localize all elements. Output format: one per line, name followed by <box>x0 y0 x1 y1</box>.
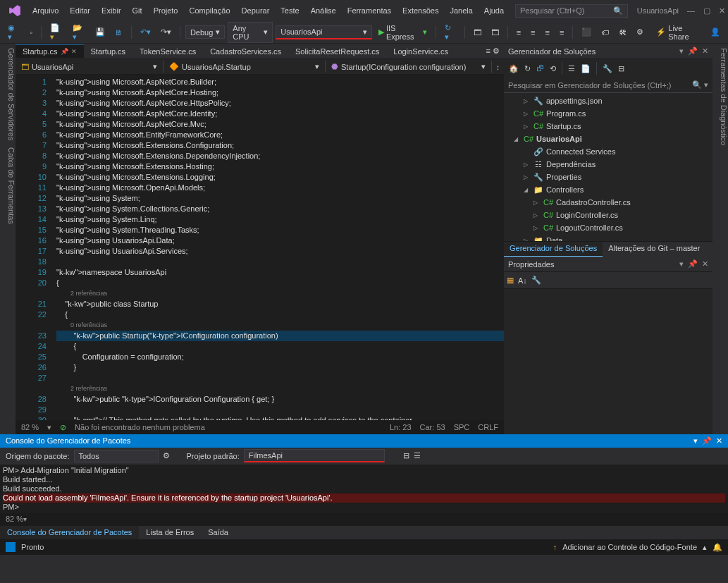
sol-ico1[interactable]: ↻ <box>522 62 533 75</box>
minimize-button[interactable]: — <box>687 6 695 15</box>
sol-ico7[interactable]: ⊟ <box>616 62 627 75</box>
left-toolwindow-rail[interactable]: Gerenciador de Servidores Caixa de Ferra… <box>0 44 16 434</box>
menu-ferramentas[interactable]: Ferramentas <box>342 4 397 18</box>
menu-compilação[interactable]: Compilação <box>183 4 235 18</box>
home-icon[interactable]: 🏠 <box>507 62 521 75</box>
menu-janela[interactable]: Janela <box>444 4 478 18</box>
tree-item[interactable]: 🔗Connected Services <box>504 145 712 158</box>
sol-tab-explorer[interactable]: Gerenciador de Soluções <box>504 242 603 257</box>
menu-exibir[interactable]: Exibir <box>96 4 127 18</box>
menu-análise[interactable]: Análise <box>305 4 342 18</box>
open-button[interactable]: 📂▾ <box>69 21 89 44</box>
console-clear-icon[interactable]: ⊟ <box>403 451 409 460</box>
prop-wrench-icon[interactable]: 🔧 <box>531 276 541 285</box>
sol-ico4[interactable]: ☰ <box>566 62 577 75</box>
server-explorer-tab[interactable]: Gerenciador de Servidores <box>0 48 16 140</box>
console-pin-icon[interactable]: 📌 <box>702 436 712 446</box>
menu-extensões[interactable]: Extensões <box>397 4 444 18</box>
sol-ico3[interactable]: ⟲ <box>548 62 558 75</box>
toolbox-tab[interactable]: Caixa de Ferramentas <box>0 147 16 224</box>
ctab-errors[interactable]: Lista de Erros <box>139 526 201 540</box>
run-button[interactable]: ▶ IIS Express ▾ <box>375 22 431 43</box>
sol-tab-git[interactable]: Alterações do Git – master <box>603 242 705 257</box>
tb-ico1[interactable]: 🗔 <box>470 26 485 39</box>
tab-tokenservice-cs[interactable]: TokenService.cs <box>132 45 203 58</box>
search-input[interactable]: Pesquisar (Ctrl+Q) 🔍 <box>515 4 628 18</box>
console-menu-icon[interactable]: ▾ <box>693 436 698 446</box>
save-button[interactable]: 💾 <box>92 25 109 39</box>
console-close-icon[interactable]: ✕ <box>716 436 722 446</box>
nav-member-combo[interactable]: ⬣Startup(IConfiguration configuration)▾ <box>326 61 492 73</box>
nav-fwd-button[interactable]: ◦ <box>26 26 36 39</box>
liveshare-button[interactable]: ⚡ Live Share <box>653 22 704 43</box>
prop-cat-icon[interactable]: ▦ <box>507 276 514 285</box>
menu-teste[interactable]: Teste <box>275 4 304 18</box>
tree-item[interactable]: ▷☷Dependências <box>504 158 712 171</box>
console-list-icon[interactable]: ☰ <box>414 451 421 460</box>
tab-startup-cs[interactable]: Startup.cs <box>84 45 133 58</box>
sol-ico6[interactable]: 🔧 <box>600 62 615 75</box>
close-button[interactable]: ✕ <box>719 6 725 16</box>
ctab-output[interactable]: Saída <box>201 526 235 540</box>
redo-button[interactable]: ↷▾ <box>157 25 175 39</box>
solution-search[interactable]: Pesquisar em Gerenciador de Soluções (Ct… <box>504 78 712 93</box>
console-zoom[interactable]: 82 % <box>6 515 23 523</box>
solution-tree[interactable]: ▷🔧appsettings.json▷C#Program.cs▷C#Startu… <box>504 93 712 241</box>
notif-icon[interactable]: 🔔 <box>712 543 722 552</box>
tree-item[interactable]: ◢C#UsuariosApi <box>504 133 712 145</box>
tree-item[interactable]: ◢📁Controllers <box>504 183 712 196</box>
tab-solicitaresetrequest-cs[interactable]: SolicitaResetRequest.cs <box>288 45 386 58</box>
tree-item[interactable]: ▷🔧Properties <box>504 171 712 183</box>
menu-arquivo[interactable]: Arquivo <box>27 4 64 18</box>
prop-close-icon[interactable]: ✕ <box>702 259 708 269</box>
console-output[interactable]: PM> Add-Migration "Initial Migration"Bui… <box>0 465 728 513</box>
diagnostics-tab[interactable]: Ferramentas de Diagnóstico <box>720 48 728 145</box>
undo-button[interactable]: ↶▾ <box>137 25 154 39</box>
source-control-button[interactable]: Adicionar ao Controle do Código-Fonte <box>562 543 697 551</box>
tb-ico2[interactable]: 🗔 <box>488 26 502 39</box>
platform-combo[interactable]: Any CPU ▾ <box>228 22 273 43</box>
tree-item[interactable]: ▷C#LoginController.cs <box>504 209 712 221</box>
tree-item[interactable]: ▷🔧appsettings.json <box>504 94 712 107</box>
tree-item[interactable]: ▷📁Data <box>504 234 712 241</box>
menu-projeto[interactable]: Projeto <box>148 4 184 18</box>
menu-ajuda[interactable]: Ajuda <box>479 4 510 18</box>
sol-ico5[interactable]: 📄 <box>579 62 593 75</box>
menu-git[interactable]: Git <box>127 4 148 18</box>
maximize-button[interactable]: ▢ <box>703 6 710 16</box>
nav-back-button[interactable]: ◉ ▾ <box>4 21 23 44</box>
tree-item[interactable]: ▷C#Program.cs <box>504 107 712 120</box>
tb-ico7[interactable]: ⬛ <box>578 25 595 39</box>
tb-ico8[interactable]: 🏷 <box>598 26 612 39</box>
tb-ico3[interactable]: ≡ <box>513 26 524 39</box>
code-editor[interactable]: 1234567891011121314151617181920212223242… <box>16 75 504 420</box>
tree-item[interactable]: ▷C#Startup.cs <box>504 120 712 133</box>
ctab-console[interactable]: Console do Gerenciador de Pacotes <box>0 526 139 540</box>
split-icon[interactable]: ↕ <box>492 63 505 71</box>
startup-project-combo[interactable]: UsuariosApi▾ <box>276 25 372 39</box>
right-toolwindow-rail[interactable]: Ferramentas de Diagnóstico <box>712 44 728 434</box>
pin-icon[interactable]: 📌 <box>688 47 698 56</box>
tb-ico10[interactable]: ⚙ <box>633 25 647 39</box>
gear-icon[interactable]: ⚙ <box>163 451 170 460</box>
tab-startup-cs[interactable]: Startup.cs 📌 ✕ <box>16 44 84 58</box>
tree-item[interactable]: ▷C#CadastroController.cs <box>504 196 712 209</box>
origin-combo[interactable]: Todos <box>74 450 159 462</box>
account-button[interactable]: 👤 <box>707 25 724 39</box>
menu-depurar[interactable]: Depurar <box>236 4 276 18</box>
nav-class-combo[interactable]: 🔶UsuariosApi.Startup▾ <box>164 61 326 73</box>
tab-loginservice-cs[interactable]: LoginService.cs <box>386 45 455 58</box>
prop-pin-icon[interactable]: 📌 <box>688 259 698 269</box>
refresh-button[interactable]: ↻ ▾ <box>441 21 459 44</box>
nav-project-combo[interactable]: 🗔UsuariosApi▾ <box>16 61 164 73</box>
project-combo[interactable]: FilmesApi <box>244 449 385 462</box>
config-combo[interactable]: Debug ▾ <box>185 25 225 39</box>
tab-cadastroservices-cs[interactable]: CadastroServices.cs <box>203 45 288 58</box>
panel-close-icon[interactable]: ✕ <box>702 47 708 56</box>
prop-az-icon[interactable]: A↓ <box>518 276 527 285</box>
new-button[interactable]: 📄▾ <box>47 21 66 44</box>
tb-ico6[interactable]: ≡ <box>556 26 567 39</box>
save-all-button[interactable]: 🗎 <box>111 26 126 39</box>
menu-editar[interactable]: Editar <box>64 4 96 18</box>
prop-menu-icon[interactable]: ▾ <box>679 259 684 269</box>
